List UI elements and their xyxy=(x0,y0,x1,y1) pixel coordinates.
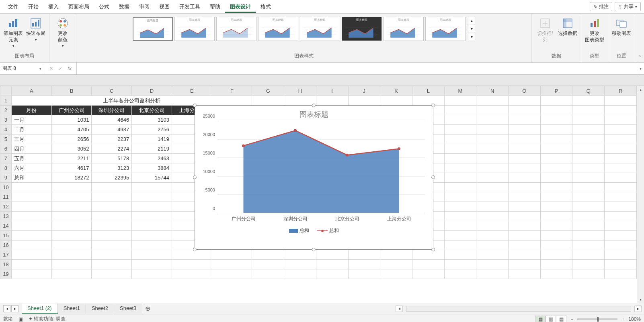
table-cell[interactable]: 4646 xyxy=(92,115,132,125)
table-header-cell[interactable]: 广州分公司 xyxy=(51,106,92,115)
table-cell[interactable]: 2274 xyxy=(92,144,132,154)
col-header-O[interactable]: O xyxy=(509,86,541,96)
table-cell[interactable]: 三月 xyxy=(11,135,51,144)
menu-开发工具[interactable]: 开发工具 xyxy=(174,1,205,13)
table-header-cell[interactable]: 深圳分公司 xyxy=(92,106,132,115)
row-header-7[interactable]: 7 xyxy=(0,154,12,163)
col-header-P[interactable]: P xyxy=(540,86,572,96)
menu-图表设计[interactable]: 图表设计 xyxy=(225,1,256,13)
share-button[interactable]: ⇪共享 ▾ xyxy=(615,2,641,11)
zoom-level[interactable]: 100% xyxy=(628,316,641,322)
gallery-down-button[interactable]: ▾ xyxy=(468,25,475,32)
menu-文件[interactable]: 文件 xyxy=(3,1,23,13)
row-header-12[interactable]: 12 xyxy=(0,202,12,212)
table-cell[interactable]: 2656 xyxy=(51,135,92,144)
table-cell[interactable]: 18272 xyxy=(51,173,92,183)
select-data-button[interactable]: 选择数据 xyxy=(558,17,578,37)
table-cell[interactable]: 五月 xyxy=(11,154,51,163)
chart-style-thumb-8[interactable]: 图表标题 xyxy=(425,17,466,41)
cancel-icon[interactable]: ✕ xyxy=(49,65,53,71)
add-chart-element-button[interactable]: + 添加图表 元素▾ xyxy=(3,17,23,49)
scroll-left-button[interactable]: ◂ xyxy=(396,306,403,312)
col-header-D[interactable]: D xyxy=(132,86,172,96)
table-header-cell[interactable]: 月份 xyxy=(11,106,51,115)
tab-nav-first[interactable]: ◂ xyxy=(3,305,10,312)
scroll-right-button[interactable]: ▸ xyxy=(634,306,642,312)
row-header-8[interactable]: 8 xyxy=(0,163,12,173)
ribbon-collapse[interactable]: ⌃ xyxy=(635,14,644,62)
col-header-M[interactable]: M xyxy=(444,86,476,96)
page-layout-view-button[interactable]: ▥ xyxy=(546,316,556,322)
row-header-18[interactable]: 18 xyxy=(0,260,12,269)
row-header-16[interactable]: 16 xyxy=(0,240,12,250)
row-header-9[interactable]: 9 xyxy=(0,173,12,183)
horizontal-scrollbar[interactable]: ◂ ▸ xyxy=(153,306,644,312)
chart-style-thumb-3[interactable]: 图表标题 xyxy=(216,17,256,41)
chart-plot-area[interactable]: 0500010000150002000025000 xyxy=(217,121,425,213)
col-header-L[interactable]: L xyxy=(412,86,444,96)
row-header-6[interactable]: 6 xyxy=(0,144,12,154)
col-header-A[interactable]: A xyxy=(11,86,51,96)
table-cell[interactable]: 4617 xyxy=(51,163,92,173)
resize-handle[interactable] xyxy=(312,104,316,107)
chart-style-thumb-5[interactable]: 图表标题 xyxy=(300,17,340,41)
chart-style-thumb-7[interactable]: 图表标题 xyxy=(384,17,424,41)
name-box[interactable]: 图表 8▾ xyxy=(0,65,44,72)
add-sheet-button[interactable]: ⊕ xyxy=(142,305,153,312)
chart-style-thumb-2[interactable]: 图表标题 xyxy=(174,17,215,41)
normal-view-button[interactable]: ▦ xyxy=(535,316,546,322)
table-cell[interactable]: 二月 xyxy=(11,125,51,135)
chart-line-marker[interactable] xyxy=(242,144,245,147)
col-header-E[interactable]: E xyxy=(172,86,212,96)
resize-handle[interactable] xyxy=(431,175,435,179)
chart-styles-gallery[interactable]: 图表标题 图表标题 图表标题 图表标题 图表标题 图表标题 xyxy=(133,17,466,41)
tab-nav-last[interactable]: ▸ xyxy=(11,305,18,312)
menu-审阅[interactable]: 审阅 xyxy=(134,1,154,13)
menu-页面布局[interactable]: 页面布局 xyxy=(64,1,94,13)
fx-icon[interactable]: fx xyxy=(68,65,72,71)
menu-视图[interactable]: 视图 xyxy=(154,1,174,13)
table-cell[interactable]: 四月 xyxy=(11,144,51,154)
menu-公式[interactable]: 公式 xyxy=(94,1,114,13)
row-header-11[interactable]: 11 xyxy=(0,192,12,202)
chart-line-marker[interactable] xyxy=(398,147,400,150)
gallery-up-button[interactable]: ▴ xyxy=(468,17,475,24)
macro-record-icon[interactable]: ▣ xyxy=(18,316,23,322)
formula-input[interactable] xyxy=(76,63,637,74)
table-cell[interactable]: 3884 xyxy=(132,163,172,173)
chart-line-marker[interactable] xyxy=(346,154,349,157)
row-header-4[interactable]: 4 xyxy=(0,125,12,135)
change-colors-button[interactable]: 更改 颜色▾ xyxy=(53,17,73,49)
col-header-F[interactable]: F xyxy=(212,86,252,96)
page-break-view-button[interactable]: ▤ xyxy=(556,316,566,322)
col-header-R[interactable]: R xyxy=(605,86,637,96)
comments-button[interactable]: ✎批注 xyxy=(590,2,612,11)
table-cell[interactable]: 2463 xyxy=(132,154,172,163)
col-header-N[interactable]: N xyxy=(476,86,509,96)
table-cell[interactable]: 5178 xyxy=(92,154,132,163)
table-cell[interactable]: 4937 xyxy=(92,125,132,135)
chart-style-thumb-4[interactable]: 图表标题 xyxy=(258,17,298,41)
row-header-15[interactable]: 15 xyxy=(0,231,12,240)
confirm-icon[interactable]: ✓ xyxy=(58,65,63,71)
col-header-C[interactable]: C xyxy=(92,86,132,96)
embedded-chart[interactable]: 图表标题 0500010000150002000025000 广州分公司深圳分公… xyxy=(195,105,433,250)
table-cell[interactable]: 六月 xyxy=(11,163,51,173)
menu-开始[interactable]: 开始 xyxy=(23,1,43,13)
chart-style-thumb-1[interactable]: 图表标题 xyxy=(133,17,173,41)
change-chart-type-button[interactable]: 更改 图表类型 xyxy=(585,17,605,43)
table-header-cell[interactable]: 北京分公司 xyxy=(132,106,172,115)
col-header-K[interactable]: K xyxy=(380,86,412,96)
table-cell[interactable]: 2756 xyxy=(132,125,172,135)
col-header-G[interactable]: G xyxy=(252,86,284,96)
sheet-tab[interactable]: Sheet1 xyxy=(58,304,86,314)
col-header-H[interactable]: H xyxy=(284,86,316,96)
table-cell[interactable]: 3103 xyxy=(132,115,172,125)
accessibility-status[interactable]: ✦ 辅助功能: 调查 xyxy=(29,316,66,322)
menu-数据[interactable]: 数据 xyxy=(114,1,134,13)
sheet-tab[interactable]: Sheet2 xyxy=(86,304,114,314)
row-header-2[interactable]: 2 xyxy=(0,106,12,115)
table-cell[interactable]: 2211 xyxy=(51,154,92,163)
formula-expand[interactable]: ▾ xyxy=(637,63,644,74)
table-cell[interactable]: 22395 xyxy=(92,173,132,183)
